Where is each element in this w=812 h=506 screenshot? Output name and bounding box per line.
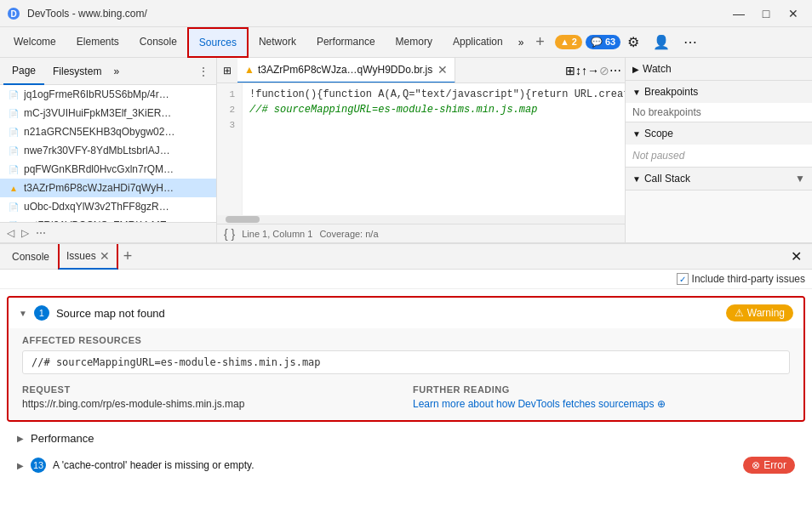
callstack-header[interactable]: ▼ Call Stack ▼	[626, 168, 812, 190]
include-third-party-label[interactable]: Include third-party issues	[677, 273, 805, 285]
tab-more-button[interactable]: »	[513, 27, 529, 58]
file-item[interactable]: 📄 pqFWGnKBRdl0HvcGxln7rQM…	[0, 160, 216, 179]
issues-tab-label: Issues	[66, 250, 96, 262]
tab-console[interactable]: Console	[129, 27, 187, 58]
scope-arrow: ▼	[632, 129, 641, 139]
code-editor[interactable]: 1 2 3 !function(){function A(A,Q="text/j…	[217, 83, 625, 215]
title-bar: D DevTools - www.bing.com/ — □ ✕	[0, 0, 812, 27]
messages-badge[interactable]: 💬 63	[586, 35, 620, 49]
callstack-section: ▼ Call Stack ▼	[626, 168, 812, 190]
source-map-button[interactable]: ↕	[575, 64, 581, 77]
warning-badge[interactable]: ▲ 2	[555, 35, 582, 49]
source-tabs: ⊞ ▲ t3AZrPm6P8cWJza…qWyH9DDo.br.js ✕ ⊞ ↕…	[217, 58, 625, 83]
toggle-sidebar-button[interactable]: ⊞	[217, 58, 237, 83]
user-button[interactable]: 👤	[646, 27, 677, 58]
tab-performance[interactable]: Performance	[306, 27, 386, 58]
performance-label: Performance	[31, 432, 795, 445]
source-tab-close-button[interactable]: ✕	[437, 63, 448, 77]
perf-issue-row[interactable]: ▶ 13 A 'cache-control' header is missing…	[7, 452, 805, 479]
status-bar: { } Line 1, Column 1 Coverage: n/a	[217, 224, 625, 242]
file-icon: 📄	[7, 162, 20, 176]
include-third-party-checkbox[interactable]	[677, 273, 689, 285]
issue-count-badge: 1	[34, 305, 49, 321]
file-icon: 📄	[7, 106, 20, 120]
close-button[interactable]: ✕	[781, 3, 805, 24]
breakpoints-content: No breakpoints	[626, 103, 812, 122]
warning-icon: ⚠	[735, 307, 744, 319]
tab-welcome[interactable]: Welcome	[3, 27, 66, 58]
file-icon: 📄	[7, 88, 20, 101]
horizontal-scrollbar[interactable]	[217, 215, 625, 224]
callstack-label: Call Stack	[644, 173, 690, 185]
issues-tab-close[interactable]: ✕	[100, 249, 110, 263]
code-line-1: !function(){function A(A,Q="text/javascr…	[249, 87, 618, 102]
nav-back[interactable]: ◁	[3, 225, 18, 241]
file-item-active[interactable]: ▲ t3AZrPm6P8cWJzaHDi7qWyH…	[0, 179, 216, 197]
scope-label: Scope	[644, 128, 673, 139]
further-label: FURTHER READING	[413, 384, 790, 395]
scope-header[interactable]: ▼ Scope	[626, 122, 812, 145]
line-num-2: 2	[217, 102, 238, 117]
issues-tab[interactable]: Issues ✕	[58, 244, 118, 270]
minimize-button[interactable]: —	[727, 3, 751, 24]
svg-text:D: D	[10, 9, 16, 19]
callstack-more-icon: ▼	[795, 173, 805, 185]
file-item[interactable]: 📄 n21aGRCN5EKHB3qObygw02…	[0, 122, 216, 141]
file-item[interactable]: 📄 mC-j3VUIHuiFpkM3Elf_3KiER…	[0, 104, 216, 122]
issue-warning-badge: ⚠ Warning	[726, 304, 793, 321]
warning-file-icon: ▲	[244, 64, 254, 76]
nav-expand[interactable]: ⋯	[32, 225, 49, 241]
panel-menu-button[interactable]: ⋮	[194, 65, 213, 78]
maximize-button[interactable]: □	[754, 3, 778, 24]
tab-elements[interactable]: Elements	[66, 27, 129, 58]
more-source-button[interactable]: ⋯	[609, 64, 621, 77]
file-item[interactable]: 📄 upt7Ri3AVBCCNSuZMRK4rME…	[0, 216, 216, 222]
new-tab-button[interactable]: +	[529, 27, 552, 58]
add-panel-button[interactable]: +	[118, 244, 138, 270]
more-actions-button[interactable]: ⋯	[677, 27, 704, 58]
tab-filesystem[interactable]: Filesystem	[44, 58, 110, 85]
watch-arrow: ▶	[632, 65, 639, 74]
tab-memory[interactable]: Memory	[386, 27, 443, 58]
file-item[interactable]: 📄 nwe7rk30VFY-8YdMbLtsbrlAJ…	[0, 141, 216, 160]
issue-header-sourcemap[interactable]: ▼ 1 Source map not found ⚠ Warning	[9, 298, 803, 328]
file-item[interactable]: 📄 uObc-DdxqYlW3v2ThFF8gzR…	[0, 197, 216, 216]
performance-header[interactable]: ▶ Performance	[7, 425, 805, 452]
issue-group-sourcemap: ▼ 1 Source map not found ⚠ Warning AFFEC…	[7, 296, 805, 422]
breakpoints-section: ▼ Breakpoints No breakpoints	[626, 81, 812, 122]
code-content: !function(){function A(A,Q="text/javascr…	[243, 83, 625, 215]
watch-header[interactable]: ▶ Watch	[626, 58, 812, 80]
step-button[interactable]: →	[587, 64, 599, 77]
source-tab-active[interactable]: ▲ t3AZrPm6P8cWJza…qWyH9DDo.br.js ✕	[237, 58, 455, 83]
further-link[interactable]: Learn more about how DevTools fetches so…	[413, 398, 666, 410]
right-panel: ▶ Watch ▼ Breakpoints No breakpoints ▼ S…	[625, 58, 812, 242]
disable-button[interactable]: ⊘	[599, 64, 609, 77]
watch-label: Watch	[643, 63, 672, 75]
error-badge: ⊗ Error	[743, 457, 795, 474]
file-item[interactable]: 📄 jq1ogFrmeR6IbRU5S6bMp/4r…	[0, 85, 216, 104]
console-tab[interactable]: Console	[3, 244, 58, 270]
format-button[interactable]: ⊞	[565, 64, 575, 77]
source-tab-label: t3AZrPm6P8cWJza…qWyH9DDo.br.js	[258, 64, 432, 76]
file-list: 📄 jq1ogFrmeR6IbRU5S6bMp/4r… 📄 mC-j3VUIHu…	[0, 85, 216, 222]
pretty-print-button[interactable]: { }	[224, 227, 235, 241]
tab-application[interactable]: Application	[443, 27, 513, 58]
cursor-position: Line 1, Column 1	[242, 229, 312, 239]
nav-forward[interactable]: ▷	[18, 225, 32, 241]
scope-section: ▼ Scope Not paused	[626, 122, 812, 168]
resource-details: REQUEST https://r.bing.com/rp/es-module-…	[22, 381, 790, 413]
code-line-2: //# sourceMappingURL=es-module-shims.min…	[249, 102, 618, 117]
panel-tabs-more[interactable]: »	[110, 65, 123, 77]
warning-label: Warning	[747, 307, 785, 319]
tab-network[interactable]: Network	[249, 27, 306, 58]
window-controls: — □ ✕	[727, 3, 805, 24]
affected-resource-code: //# sourceMappingURL=es-module-shims.min…	[22, 350, 790, 374]
tab-page[interactable]: Page	[3, 58, 44, 85]
tab-sources[interactable]: Sources	[187, 27, 249, 58]
breakpoints-header[interactable]: ▼ Breakpoints	[626, 81, 812, 103]
further-link-icon: ⊕	[657, 398, 666, 410]
error-label: Error	[763, 459, 786, 471]
breakpoints-button[interactable]: ↑	[581, 64, 587, 77]
close-bottom-panel-button[interactable]: ✕	[784, 244, 809, 270]
settings-button[interactable]: ⚙	[620, 27, 646, 58]
